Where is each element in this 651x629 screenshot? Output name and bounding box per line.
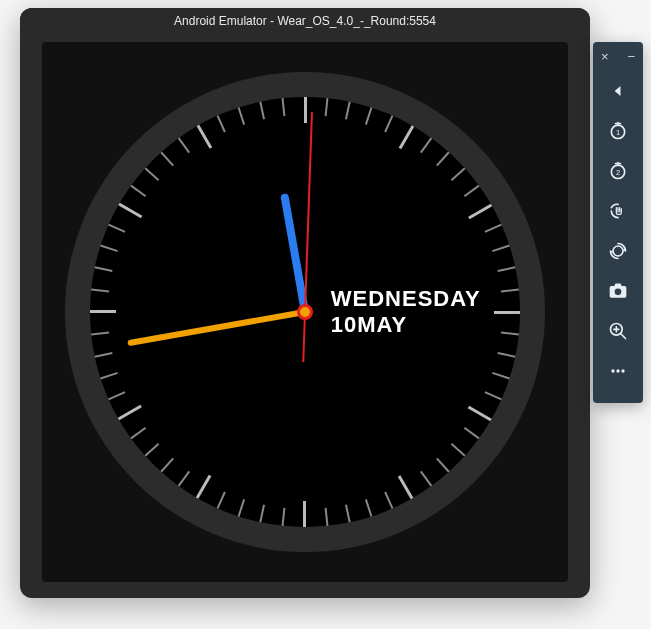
- circle-1-icon: 1: [608, 121, 628, 141]
- tick-mark: [160, 458, 174, 473]
- tick-mark: [130, 185, 146, 197]
- tick-mark: [501, 332, 519, 336]
- tick-mark: [108, 391, 125, 400]
- more-icon: [608, 361, 628, 381]
- svg-text:1: 1: [616, 128, 620, 137]
- back-button[interactable]: [600, 73, 636, 109]
- tick-mark: [238, 499, 245, 517]
- tick-mark: [217, 492, 226, 509]
- tick-mark: [501, 289, 519, 293]
- tick-mark: [259, 504, 265, 522]
- center-cap: [297, 304, 313, 320]
- tick-mark: [397, 475, 413, 499]
- tick-mark: [304, 97, 307, 123]
- button-1[interactable]: 1: [600, 113, 636, 149]
- tick-mark: [384, 115, 393, 132]
- tick-mark: [178, 471, 190, 487]
- svg-text:2: 2: [616, 168, 620, 177]
- watch-bezel: WEDNESDAY 10MAY: [65, 72, 545, 552]
- date-label: 10MAY: [331, 312, 481, 338]
- button-2[interactable]: 2: [600, 153, 636, 189]
- tick-mark: [195, 475, 211, 499]
- tick-mark: [282, 508, 286, 526]
- tick-mark: [497, 266, 515, 272]
- tick-mark: [160, 152, 174, 167]
- screenshot-button[interactable]: [600, 273, 636, 309]
- date-complication: WEDNESDAY 10MAY: [331, 286, 481, 339]
- tick-mark: [492, 372, 510, 379]
- tick-mark: [325, 508, 329, 526]
- emulator-toolbar: × − 1 2: [593, 42, 643, 403]
- minute-hand: [127, 309, 305, 346]
- tick-mark: [217, 115, 226, 132]
- tick-mark: [494, 311, 520, 314]
- tick-mark: [100, 245, 118, 252]
- tick-mark: [345, 504, 351, 522]
- tick-mark: [451, 167, 466, 181]
- tick-mark: [145, 443, 160, 457]
- palm-icon: [608, 201, 628, 221]
- tick-mark: [497, 352, 515, 358]
- tick-mark: [365, 107, 372, 125]
- back-icon: [608, 81, 628, 101]
- camera-icon: [608, 281, 628, 301]
- tick-mark: [436, 458, 450, 473]
- zoom-in-icon: [608, 321, 628, 341]
- tilt-button[interactable]: [600, 233, 636, 269]
- tick-mark: [451, 443, 466, 457]
- tick-mark: [108, 224, 125, 233]
- tick-mark: [282, 98, 286, 116]
- tick-mark: [398, 125, 414, 149]
- title-bar[interactable]: Android Emulator - Wear_OS_4.0_-_Round:5…: [20, 8, 590, 34]
- tick-mark: [485, 224, 502, 233]
- window-title: Android Emulator - Wear_OS_4.0_-_Round:5…: [174, 14, 436, 28]
- tick-mark: [100, 372, 118, 379]
- svg-point-7: [611, 369, 614, 372]
- tick-mark: [467, 406, 491, 422]
- watch-face[interactable]: WEDNESDAY 10MAY: [90, 97, 520, 527]
- tick-mark: [259, 101, 265, 119]
- tick-mark: [303, 501, 306, 527]
- tilt-icon: [608, 241, 628, 261]
- tick-mark: [94, 266, 112, 272]
- tick-mark: [485, 391, 502, 400]
- tick-mark: [420, 137, 432, 153]
- tick-mark: [325, 98, 329, 116]
- palm-button[interactable]: [600, 193, 636, 229]
- tick-mark: [464, 427, 480, 439]
- tick-mark: [91, 289, 109, 293]
- toolbar-window-controls: × −: [593, 50, 643, 69]
- toolbar-close-button[interactable]: ×: [601, 50, 609, 63]
- toolbar-minimize-button[interactable]: −: [627, 50, 635, 63]
- svg-point-8: [616, 369, 619, 372]
- tick-mark: [492, 245, 510, 252]
- tick-mark: [117, 405, 141, 421]
- day-label: WEDNESDAY: [331, 286, 481, 312]
- tick-mark: [384, 492, 393, 509]
- tick-mark: [94, 352, 112, 358]
- tick-mark: [365, 499, 372, 517]
- tick-mark: [436, 152, 450, 167]
- tick-mark: [196, 125, 212, 149]
- tick-mark: [464, 185, 480, 197]
- svg-point-5: [615, 289, 622, 296]
- circle-2-icon: 2: [608, 161, 628, 181]
- svg-point-9: [621, 369, 624, 372]
- tick-mark: [91, 332, 109, 336]
- second-hand: [304, 112, 313, 312]
- tick-mark: [238, 107, 245, 125]
- tick-mark: [118, 203, 142, 219]
- device-frame: WEDNESDAY 10MAY: [42, 42, 568, 582]
- more-button[interactable]: [600, 353, 636, 389]
- tick-mark: [130, 427, 146, 439]
- zoom-button[interactable]: [600, 313, 636, 349]
- tick-mark: [145, 167, 160, 181]
- tick-mark: [90, 310, 116, 313]
- tick-mark: [178, 137, 190, 153]
- tick-mark: [345, 101, 351, 119]
- tick-mark: [468, 204, 492, 220]
- svg-point-4: [613, 246, 623, 256]
- emulator-window: Android Emulator - Wear_OS_4.0_-_Round:5…: [20, 8, 590, 598]
- tick-mark: [420, 471, 432, 487]
